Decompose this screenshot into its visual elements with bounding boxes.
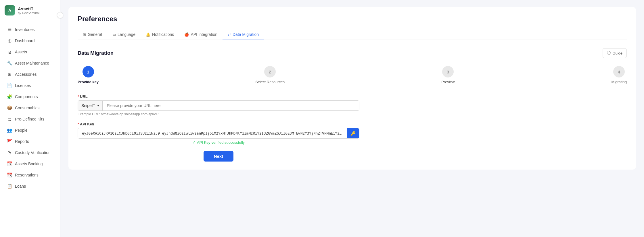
url-input[interactable] [103, 101, 359, 110]
step-label-4: Migrating [612, 80, 627, 84]
sidebar-item-assets[interactable]: 🖥 Assets [2, 46, 58, 57]
step-label-3: Preview [441, 80, 455, 84]
step-label-2: Select Resources [255, 80, 285, 84]
guide-label: Guide [612, 51, 622, 55]
sidebar-item-loans[interactable]: 📋 Loans [2, 181, 58, 192]
tab-language[interactable]: ▭ Language [107, 29, 141, 40]
sidebar-label-custody: Custody Verification [15, 150, 51, 155]
sidebar-item-inventories[interactable]: ☰ Inventories [2, 24, 58, 35]
general-tab-icon: ⊞ [83, 32, 86, 37]
custody-icon: 🖱 [7, 150, 12, 155]
accessories-icon: ⊞ [7, 72, 12, 77]
url-required-star: * [78, 94, 79, 99]
sidebar-label-dashboard: Dashboard [15, 38, 35, 43]
section-title: Data Migration [78, 50, 114, 56]
tab-general[interactable]: ⊞ General [78, 29, 107, 40]
step-circle-1: 1 [83, 66, 94, 77]
url-label: * URL [78, 94, 359, 99]
sidebar-label-kits: Pre-Defined Kits [15, 117, 44, 121]
kits-icon: 🗂 [7, 116, 12, 122]
url-example: Example URL: https://develop.snipeitapp.… [78, 112, 359, 116]
migration-tab-icon: ⇄ [228, 32, 231, 37]
sidebar-item-reports[interactable]: 🚩 Reports [2, 136, 58, 147]
url-select-value: SnipeIT [81, 103, 95, 108]
sidebar-item-reservations[interactable]: 📆 Reservations [2, 170, 58, 180]
page-title: Preferences [78, 15, 627, 23]
api-key-verify-button[interactable]: 🔑 [347, 128, 359, 138]
logo: A AssetIT by DevSamurai [0, 0, 60, 21]
licenses-icon: 📄 [7, 83, 12, 88]
sidebar-item-pre-defined-kits[interactable]: 🗂 Pre-Defined Kits [2, 114, 58, 125]
url-input-row: SnipeIT ▾ [78, 100, 359, 111]
step-4: 4 Migrating [612, 66, 627, 84]
sidebar-label-assets: Assets [15, 50, 27, 54]
booking-icon: 📅 [7, 161, 12, 166]
app-name: AssetIT [18, 6, 39, 11]
sidebar-label-accessories: Accessories [15, 72, 37, 77]
dashboard-icon: ◎ [7, 38, 12, 43]
verified-message: ✓ API Key verified successfully [78, 140, 359, 145]
people-icon: 👥 [7, 128, 12, 133]
logo-text: AssetIT by DevSamurai [18, 6, 39, 15]
tab-data-migration[interactable]: ⇄ Data Migration [223, 29, 264, 40]
sidebar: A AssetIT by DevSamurai ☰ Inventories ◎ … [0, 0, 60, 237]
url-form-group: * URL SnipeIT ▾ Example URL: https://dev… [78, 94, 359, 116]
loans-icon: 📋 [7, 184, 12, 189]
check-icon: ✓ [192, 140, 195, 145]
reports-icon: 🚩 [7, 139, 12, 144]
guide-icon: ⓘ [607, 50, 611, 56]
sidebar-label-licenses: Licenses [15, 83, 31, 88]
sidebar-item-licenses[interactable]: 📄 Licenses [2, 80, 58, 91]
sidebar-item-asset-maintenance[interactable]: 🔧 Asset Maintenance [2, 58, 58, 69]
sidebar-item-components[interactable]: 🧩 Components [2, 91, 58, 102]
step-circle-3: 3 [442, 66, 454, 77]
step-1: 1 Provide key [78, 66, 99, 84]
chevron-down-icon: ▾ [97, 104, 99, 107]
sidebar-label-components: Components [15, 94, 38, 99]
key-icon: 🔑 [351, 131, 356, 136]
guide-button[interactable]: ⓘ Guide [603, 48, 627, 58]
tab-general-label: General [88, 32, 102, 37]
sidebar-label-inventories: Inventories [15, 27, 34, 32]
sidebar-nav: ☰ Inventories ◎ Dashboard 🖥 Assets 🔧 Ass… [0, 21, 60, 237]
tab-api-integration[interactable]: 🍎 API Integration [179, 29, 223, 40]
step-3: 3 Preview [441, 66, 455, 84]
tabs-bar: ⊞ General ▭ Language 🔔 Notifications 🍎 A… [78, 29, 627, 40]
reservations-icon: 📆 [7, 172, 12, 178]
api-key-input-row: 🔑 [78, 128, 359, 139]
app-by: by DevSamurai [18, 11, 39, 15]
section-header: Data Migration ⓘ Guide [78, 48, 627, 58]
sidebar-item-consumables[interactable]: 📦 Consumables [2, 102, 58, 113]
sidebar-label-consumables: Consumables [15, 106, 40, 110]
sidebar-collapse-button[interactable]: ‹ [57, 12, 63, 18]
next-button[interactable]: Next [204, 151, 234, 162]
api-key-required-star: * [78, 122, 79, 126]
sidebar-item-assets-booking[interactable]: 📅 Assets Booking [2, 158, 58, 169]
step-2: 2 Select Resources [255, 66, 285, 84]
sidebar-label-booking: Assets Booking [15, 162, 43, 166]
api-key-form-group: * API Key 🔑 ✓ API Key verified successfu… [78, 122, 359, 145]
sidebar-label-people: People [15, 128, 28, 133]
tab-notifications[interactable]: 🔔 Notifications [141, 29, 179, 40]
sidebar-item-people[interactable]: 👥 People [2, 125, 58, 136]
stepper: 1 Provide key 2 Select Resources 3 Previ… [78, 66, 627, 84]
step-circle-4: 4 [613, 66, 625, 77]
assets-icon: 🖥 [7, 49, 12, 55]
step-label-1: Provide key [78, 80, 99, 84]
asset-maintenance-icon: 🔧 [7, 61, 12, 66]
components-icon: 🧩 [7, 94, 12, 99]
url-select[interactable]: SnipeIT ▾ [78, 101, 103, 110]
language-tab-icon: ▭ [112, 32, 116, 37]
api-key-label: * API Key [78, 122, 359, 126]
logo-icon: A [5, 5, 15, 15]
sidebar-item-accessories[interactable]: ⊞ Accessories [2, 69, 58, 80]
api-key-input[interactable] [78, 128, 347, 138]
step-circle-2: 2 [264, 66, 276, 77]
sidebar-label-loans: Loans [15, 184, 26, 189]
sidebar-label-reservations: Reservations [15, 173, 39, 177]
sidebar-item-dashboard[interactable]: ◎ Dashboard [2, 35, 58, 46]
tab-migration-label: Data Migration [233, 32, 259, 37]
sidebar-item-custody-verification[interactable]: 🖱 Custody Verification [2, 147, 58, 158]
consumables-icon: 📦 [7, 105, 12, 110]
content-area: Preferences ⊞ General ▭ Language 🔔 Notif… [60, 0, 644, 237]
